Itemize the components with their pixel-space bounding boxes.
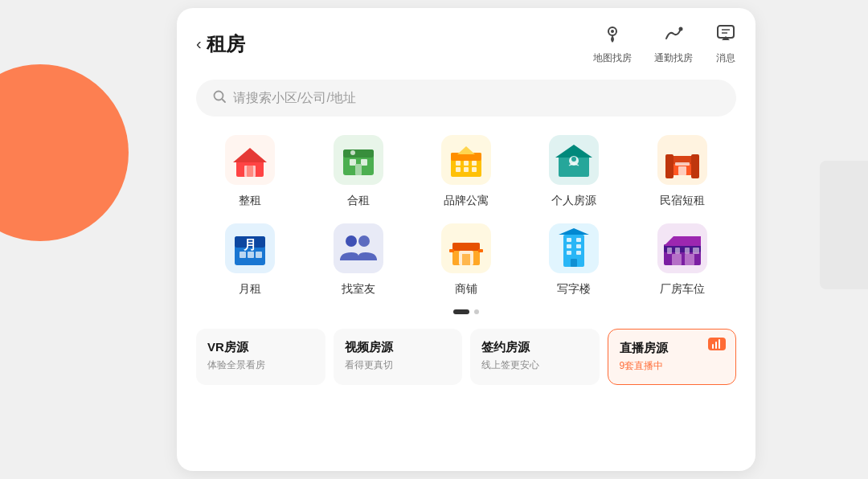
svg-rect-80 bbox=[715, 342, 717, 349]
svg-rect-15 bbox=[343, 149, 374, 158]
svg-point-1 bbox=[611, 30, 614, 33]
svg-rect-27 bbox=[464, 167, 469, 172]
commute-icon bbox=[663, 23, 684, 48]
message-action[interactable]: 消息 bbox=[715, 23, 736, 65]
svg-rect-18 bbox=[355, 164, 362, 175]
search-placeholder: 请搜索小区/公司/地址 bbox=[233, 90, 356, 107]
whole-rent-item[interactable]: 整租 bbox=[196, 133, 304, 208]
top-actions-group: 地图找房 通勤找房 bbox=[593, 23, 736, 65]
factory-icon-box bbox=[655, 221, 710, 276]
personal-label: 个人房源 bbox=[551, 194, 596, 208]
right-decoration bbox=[820, 161, 868, 289]
svg-rect-61 bbox=[567, 238, 571, 242]
brand-apt-item[interactable]: 品牌公寓 bbox=[412, 133, 520, 208]
svg-text:月: 月 bbox=[244, 238, 256, 252]
bottom-cards-section: VR房源 体验全景看房 视频房源 看得更真切 签约房源 线上签更安心 直播房源 … bbox=[177, 329, 755, 385]
personal-icon-box bbox=[547, 133, 601, 187]
left-circle-decoration bbox=[0, 64, 129, 241]
svg-rect-40 bbox=[675, 162, 690, 166]
svg-rect-26 bbox=[456, 167, 461, 172]
dot-active bbox=[453, 309, 469, 314]
search-bar[interactable]: 请搜索小区/公司/地址 bbox=[196, 80, 736, 117]
factory-label: 厂房车位 bbox=[660, 282, 705, 297]
back-button[interactable]: ‹ bbox=[196, 35, 202, 53]
signed-title: 签约房源 bbox=[481, 340, 588, 355]
monthly-icon-box: 月 bbox=[223, 221, 277, 276]
map-label: 地图找房 bbox=[593, 51, 632, 65]
svg-rect-78 bbox=[685, 254, 694, 265]
brand-apt-label: 品牌公寓 bbox=[444, 194, 489, 208]
svg-rect-77 bbox=[672, 254, 682, 265]
monthly-label: 月租 bbox=[239, 282, 261, 297]
svg-rect-41 bbox=[678, 166, 686, 175]
video-sub: 看得更真切 bbox=[345, 358, 452, 372]
svg-rect-72 bbox=[667, 248, 672, 254]
whole-rent-icon-box bbox=[223, 133, 277, 187]
svg-rect-17 bbox=[361, 159, 367, 166]
live-badge bbox=[708, 338, 726, 350]
personal-item[interactable]: 个人房源 bbox=[520, 133, 628, 208]
signed-card[interactable]: 签约房源 线上签更安心 bbox=[470, 329, 600, 385]
roommate-label: 找室友 bbox=[342, 282, 375, 297]
svg-rect-12 bbox=[247, 166, 253, 177]
office-label: 写字楼 bbox=[557, 282, 591, 297]
svg-rect-67 bbox=[571, 259, 577, 267]
svg-rect-38 bbox=[665, 154, 674, 178]
shared-rent-label: 合租 bbox=[347, 194, 370, 208]
svg-rect-58 bbox=[478, 249, 483, 252]
whole-rent-label: 整租 bbox=[239, 194, 261, 208]
video-card[interactable]: 视频房源 看得更真切 bbox=[334, 329, 463, 385]
svg-rect-25 bbox=[472, 161, 477, 166]
svg-point-34 bbox=[571, 157, 576, 162]
office-item[interactable]: 写字楼 bbox=[520, 221, 628, 297]
minsu-icon-box bbox=[655, 133, 710, 187]
svg-rect-3 bbox=[718, 26, 734, 38]
vr-card[interactable]: VR房源 体验全景看房 bbox=[196, 329, 326, 385]
message-label: 消息 bbox=[716, 51, 735, 65]
svg-rect-75 bbox=[693, 248, 699, 254]
back-title-group: ‹ 租房 bbox=[196, 31, 245, 57]
video-title: 视频房源 bbox=[345, 340, 452, 355]
svg-rect-23 bbox=[456, 161, 461, 166]
map-icon bbox=[602, 23, 623, 48]
roommate-item[interactable]: 找室友 bbox=[304, 221, 411, 297]
search-icon bbox=[212, 89, 227, 107]
shop-item[interactable]: 商铺 bbox=[412, 221, 520, 297]
dot-inactive bbox=[474, 309, 479, 314]
message-icon bbox=[715, 23, 736, 48]
minsu-item[interactable]: 民宿短租 bbox=[628, 133, 736, 208]
svg-rect-48 bbox=[256, 252, 262, 258]
minsu-label: 民宿短租 bbox=[660, 194, 705, 208]
office-icon-box bbox=[547, 221, 601, 276]
main-card: ‹ 租房 地图找房 bbox=[177, 8, 755, 471]
svg-rect-79 bbox=[712, 344, 714, 349]
svg-rect-81 bbox=[719, 339, 720, 349]
live-card[interactable]: 直播房源 9套直播中 bbox=[608, 329, 737, 385]
svg-rect-65 bbox=[567, 251, 571, 255]
shared-rent-item[interactable]: 合租 bbox=[304, 133, 411, 208]
factory-item[interactable]: 厂房车位 bbox=[628, 221, 736, 297]
top-bar: ‹ 租房 地图找房 bbox=[177, 8, 755, 73]
vr-sub: 体验全景看房 bbox=[207, 358, 314, 372]
svg-line-7 bbox=[223, 100, 226, 103]
svg-rect-74 bbox=[685, 248, 690, 254]
shop-label: 商铺 bbox=[455, 282, 477, 297]
svg-rect-24 bbox=[464, 161, 469, 166]
svg-rect-64 bbox=[576, 244, 581, 248]
svg-point-2 bbox=[679, 27, 683, 31]
monthly-item[interactable]: 月 月租 bbox=[196, 221, 304, 297]
svg-point-6 bbox=[215, 92, 223, 100]
commute-find-action[interactable]: 通勤找房 bbox=[654, 23, 693, 65]
svg-rect-54 bbox=[452, 243, 480, 251]
svg-point-50 bbox=[346, 235, 357, 247]
page-dots bbox=[177, 309, 755, 314]
icon-grid-row2: 月 月租 找室友 bbox=[196, 221, 736, 297]
svg-rect-63 bbox=[567, 244, 571, 248]
svg-rect-73 bbox=[675, 248, 680, 254]
svg-rect-39 bbox=[691, 154, 699, 178]
shop-icon-box bbox=[439, 221, 493, 276]
live-sub: 9套直播中 bbox=[620, 359, 725, 373]
map-find-action[interactable]: 地图找房 bbox=[593, 23, 632, 65]
svg-rect-16 bbox=[350, 159, 356, 166]
page-title: 租房 bbox=[207, 31, 245, 57]
